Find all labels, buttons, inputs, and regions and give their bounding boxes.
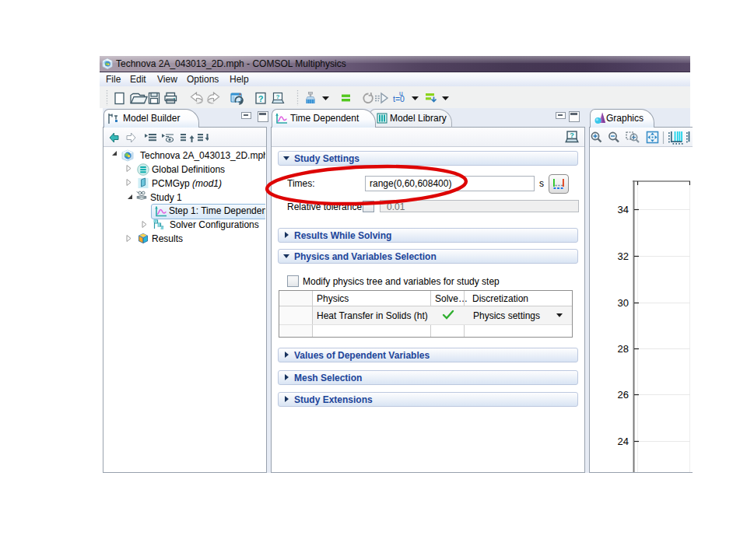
- svg-text:?: ?: [276, 93, 280, 100]
- svg-text:u: u: [399, 89, 403, 97]
- svg-text:?: ?: [258, 94, 264, 103]
- svg-text:34: 34: [618, 204, 629, 215]
- svg-text:26: 26: [618, 389, 629, 401]
- svg-text:?: ?: [570, 131, 574, 139]
- svg-text:28: 28: [618, 343, 629, 355]
- svg-text:24: 24: [618, 436, 629, 447]
- svg-text:30: 30: [618, 297, 629, 309]
- svg-text:32: 32: [618, 250, 629, 262]
